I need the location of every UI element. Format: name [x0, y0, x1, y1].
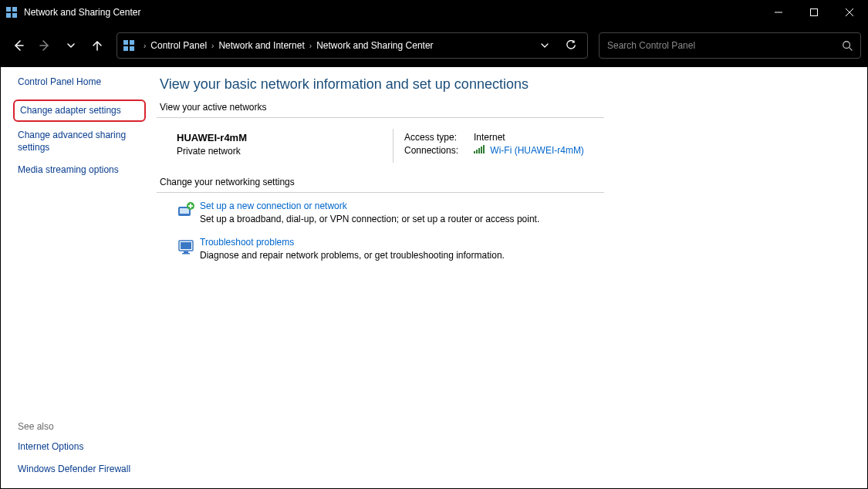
sidebar-change-advanced-link[interactable]: Change advanced sharing settings [18, 130, 146, 153]
navbar: › Control Panel › Network and Internet ›… [1, 24, 867, 67]
change-settings-label: Change your networking settings [157, 177, 849, 187]
address-bar[interactable]: › Control Panel › Network and Internet ›… [117, 32, 588, 59]
svg-rect-29 [182, 253, 190, 255]
refresh-button[interactable] [559, 34, 583, 57]
maximize-button[interactable] [796, 1, 832, 24]
up-button[interactable] [86, 34, 109, 57]
setup-connection-icon [172, 201, 200, 224]
body: Control Panel Home Change adapter settin… [1, 67, 867, 488]
minimize-button[interactable] [761, 1, 796, 24]
svg-rect-13 [130, 46, 134, 51]
active-networks-label: View your active networks [157, 102, 849, 113]
svg-rect-27 [181, 242, 191, 249]
window: Network and Sharing Center [0, 0, 868, 489]
chevron-right-icon: › [211, 42, 214, 50]
recent-locations-button[interactable] [59, 34, 83, 57]
connections-label: Connections: [404, 145, 474, 156]
sidebar-change-adapter-link[interactable]: Change adapter settings [13, 99, 146, 123]
section-divider [157, 192, 604, 193]
sidebar-home-link[interactable]: Control Panel Home [18, 76, 146, 89]
wifi-signal-icon [474, 145, 485, 154]
troubleshoot-item: Troubleshoot problems Diagnose and repai… [172, 237, 849, 261]
svg-rect-11 [130, 40, 134, 45]
active-network-panel: HUAWEI-r4mM Private network Access type:… [177, 132, 849, 158]
page-heading: View your basic network information and … [157, 76, 849, 93]
see-also-label: See also [18, 421, 146, 432]
app-icon [5, 6, 18, 19]
access-type-value: Internet [474, 132, 505, 143]
svg-rect-17 [476, 150, 478, 153]
svg-rect-18 [478, 148, 480, 153]
chevron-right-icon: › [144, 42, 146, 50]
svg-rect-28 [184, 251, 188, 253]
titlebar: Network and Sharing Center [1, 1, 867, 24]
troubleshoot-link[interactable]: Troubleshoot problems [200, 237, 505, 248]
sidebar-media-streaming-link[interactable]: Media streaming options [18, 164, 146, 177]
breadcrumb-root[interactable]: Control Panel [150, 40, 207, 51]
sidebar-firewall-link[interactable]: Windows Defender Firewall [18, 464, 146, 476]
setup-connection-item: Set up a new connection or network Set u… [172, 201, 849, 224]
troubleshoot-icon [172, 237, 200, 261]
setup-connection-link[interactable]: Set up a new connection or network [200, 201, 539, 211]
svg-rect-20 [483, 145, 485, 153]
svg-rect-19 [481, 147, 482, 153]
window-title: Network and Sharing Center [24, 7, 140, 18]
chevron-right-icon: › [309, 42, 312, 50]
svg-rect-0 [6, 7, 11, 12]
network-type: Private network [177, 146, 393, 157]
troubleshoot-desc: Diagnose and repair network problems, or… [200, 250, 505, 261]
connection-link[interactable]: Wi-Fi (HUAWEI-r4mM) [490, 145, 584, 156]
back-button[interactable] [7, 34, 30, 57]
access-type-label: Access type: [404, 132, 474, 143]
address-icon [122, 39, 136, 52]
svg-rect-5 [811, 9, 818, 16]
address-dropdown-button[interactable] [533, 34, 556, 57]
svg-rect-10 [123, 40, 128, 45]
breadcrumb-mid[interactable]: Network and Internet [218, 40, 304, 51]
breadcrumb-leaf[interactable]: Network and Sharing Center [316, 40, 433, 51]
svg-rect-3 [12, 13, 17, 18]
network-name: HUAWEI-r4mM [177, 132, 393, 143]
setup-connection-desc: Set up a broadband, dial-up, or VPN conn… [200, 214, 539, 224]
vertical-divider [393, 129, 393, 163]
close-button[interactable] [832, 1, 867, 24]
svg-rect-2 [6, 13, 11, 18]
svg-rect-1 [12, 7, 17, 12]
search-box[interactable] [599, 32, 861, 59]
svg-rect-16 [474, 151, 475, 153]
svg-rect-12 [123, 46, 128, 51]
svg-rect-22 [180, 208, 189, 214]
forward-button[interactable] [33, 34, 56, 57]
search-icon[interactable] [842, 40, 853, 51]
sidebar: Control Panel Home Change adapter settin… [1, 67, 155, 488]
content: View your basic network information and … [155, 67, 867, 488]
svg-line-15 [849, 48, 853, 51]
sidebar-internet-options-link[interactable]: Internet Options [18, 441, 146, 454]
search-input[interactable] [607, 40, 842, 51]
section-divider [157, 117, 604, 118]
